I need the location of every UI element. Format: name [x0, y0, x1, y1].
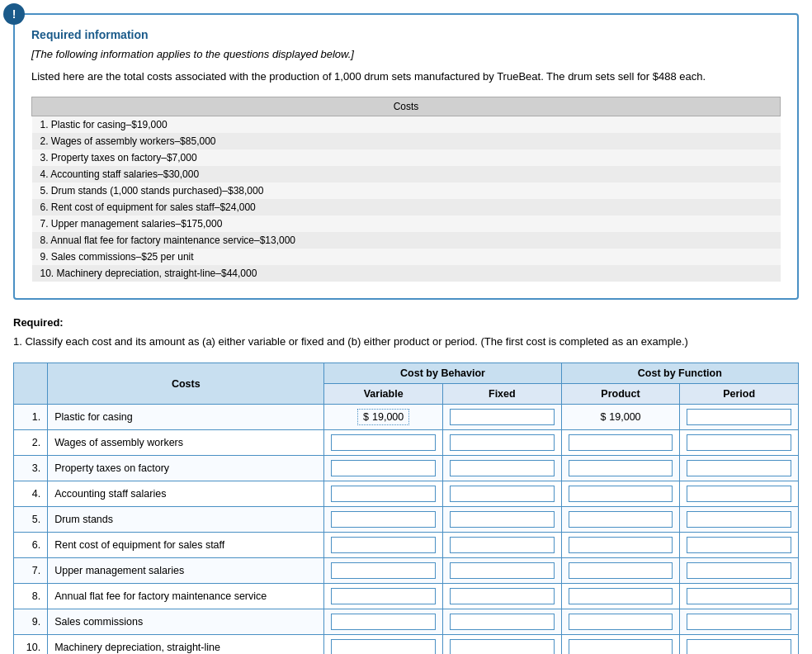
row-product-3[interactable] — [561, 456, 680, 481]
fixed-input-3[interactable] — [450, 460, 555, 476]
cost-info-item-1: 1. Plastic for casing–$19,000 — [32, 116, 781, 133]
row-period-1[interactable] — [680, 405, 799, 430]
variable-input-3[interactable] — [331, 460, 436, 476]
table-row: 6.Rent cost of equipment for sales staff — [14, 533, 799, 558]
row-cost-3: Property taxes on factory — [48, 456, 324, 481]
row-num-3: 3. — [14, 456, 48, 481]
table-row: 10.Machinery depreciation, straight-line — [14, 635, 799, 655]
row-fixed-8[interactable] — [443, 584, 562, 609]
info-box: ! Required information [The following in… — [13, 13, 799, 300]
row-product-1[interactable]: $ 19,000 — [561, 405, 680, 430]
table-row: 3.Property taxes on factory — [14, 456, 799, 481]
product-input-6[interactable] — [569, 537, 673, 553]
table-row: 7.Upper management salaries — [14, 558, 799, 584]
row-fixed-1[interactable] — [443, 405, 562, 430]
product-input-4[interactable] — [569, 486, 673, 502]
period-input-6[interactable] — [687, 537, 791, 553]
variable-input-4[interactable] — [331, 486, 436, 502]
row-product-8[interactable] — [561, 584, 680, 609]
row-variable-7[interactable] — [324, 558, 443, 584]
row-variable-3[interactable] — [324, 456, 443, 481]
row-fixed-3[interactable] — [443, 456, 562, 481]
period-input-2[interactable] — [687, 434, 791, 451]
period-input-9[interactable] — [687, 614, 791, 630]
row-product-7[interactable] — [561, 558, 680, 584]
fixed-input-7[interactable] — [450, 562, 555, 579]
col-product-header: Product — [561, 384, 680, 405]
product-input-7[interactable] — [569, 562, 673, 579]
row-variable-8[interactable] — [324, 584, 443, 609]
variable-input-7[interactable] — [331, 562, 436, 579]
col-fixed-header: Fixed — [443, 384, 562, 405]
cost-info-item-6: 6. Rent cost of equipment for sales staf… — [32, 199, 781, 216]
row-fixed-9[interactable] — [443, 609, 562, 635]
row-period-5[interactable] — [680, 507, 799, 533]
fixed-input-10[interactable] — [450, 639, 555, 654]
table-row: 4.Accounting staff salaries — [14, 481, 799, 507]
period-input-7[interactable] — [687, 562, 791, 579]
product-input-2[interactable] — [569, 434, 673, 451]
row-fixed-2[interactable] — [443, 430, 562, 456]
row-cost-9: Sales commissions — [48, 609, 324, 635]
row-period-2[interactable] — [680, 430, 799, 456]
period-input-3[interactable] — [687, 460, 791, 476]
row-product-5[interactable] — [561, 507, 680, 533]
row-cost-10: Machinery depreciation, straight-line — [48, 635, 324, 655]
row-num-5: 5. — [14, 507, 48, 533]
row-product-4[interactable] — [561, 481, 680, 507]
row-variable-10[interactable] — [324, 635, 443, 655]
period-input-5[interactable] — [687, 511, 791, 528]
row-period-10[interactable] — [680, 635, 799, 655]
period-input-4[interactable] — [687, 486, 791, 502]
variable-input-5[interactable] — [331, 511, 436, 528]
fixed-input-6[interactable] — [450, 537, 555, 553]
row-product-6[interactable] — [561, 533, 680, 558]
variable-input-6[interactable] — [331, 537, 436, 553]
fixed-input-4[interactable] — [450, 486, 555, 502]
row-cost-7: Upper management salaries — [48, 558, 324, 584]
period-input-8[interactable] — [687, 588, 791, 604]
product-input-9[interactable] — [569, 614, 673, 630]
row-product-10[interactable] — [561, 635, 680, 655]
product-input-5[interactable] — [569, 511, 673, 528]
row-cost-4: Accounting staff salaries — [48, 481, 324, 507]
row-period-7[interactable] — [680, 558, 799, 584]
row-period-8[interactable] — [680, 584, 799, 609]
row-fixed-10[interactable] — [443, 635, 562, 655]
italic-note: [The following information applies to th… — [31, 48, 781, 60]
row-period-4[interactable] — [680, 481, 799, 507]
variable-input-10[interactable] — [331, 639, 436, 654]
product-input-10[interactable] — [569, 639, 673, 654]
variable-input-9[interactable] — [331, 614, 436, 630]
row-variable-5[interactable] — [324, 507, 443, 533]
period-input-10[interactable] — [687, 639, 791, 654]
row-fixed-7[interactable] — [443, 558, 562, 584]
fixed-input-9[interactable] — [450, 614, 555, 630]
row-period-3[interactable] — [680, 456, 799, 481]
fixed-input-8[interactable] — [450, 588, 555, 604]
row-variable-4[interactable] — [324, 481, 443, 507]
period-input-1[interactable] — [687, 409, 791, 425]
row-variable-9[interactable] — [324, 609, 443, 635]
row-variable-6[interactable] — [324, 533, 443, 558]
row-cost-1: Plastic for casing — [48, 405, 324, 430]
variable-input-8[interactable] — [331, 588, 436, 604]
fixed-input-5[interactable] — [450, 511, 555, 528]
row-variable-2[interactable] — [324, 430, 443, 456]
row-period-9[interactable] — [680, 609, 799, 635]
row-fixed-4[interactable] — [443, 481, 562, 507]
row-fixed-6[interactable] — [443, 533, 562, 558]
row-period-6[interactable] — [680, 533, 799, 558]
row-num-1: 1. — [14, 405, 48, 430]
product-input-8[interactable] — [569, 588, 673, 604]
variable-input-2[interactable] — [331, 434, 436, 451]
row-fixed-5[interactable] — [443, 507, 562, 533]
fixed-input-2[interactable] — [450, 434, 555, 451]
row-variable-1[interactable]: $ 19,000 — [324, 405, 443, 430]
dollar-sign-variable: $ — [363, 411, 369, 423]
row-product-9[interactable] — [561, 609, 680, 635]
product-input-3[interactable] — [569, 460, 673, 476]
cost-info-item-7: 7. Upper management salaries–$175,000 — [32, 216, 781, 232]
row-product-2[interactable] — [561, 430, 680, 456]
fixed-input-1[interactable] — [450, 409, 555, 425]
